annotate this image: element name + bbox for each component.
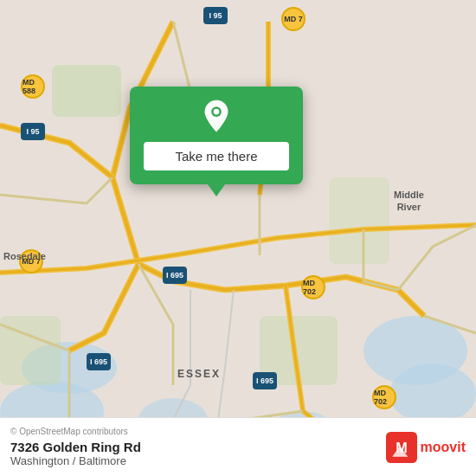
- md702-badge: MD 702: [301, 275, 325, 299]
- i95-top-badge: I 95: [203, 7, 228, 24]
- essex-label: ESSEX: [177, 368, 221, 380]
- i95-left-badge: I 95: [21, 123, 45, 140]
- svg-rect-7: [52, 65, 121, 117]
- svg-rect-9: [329, 177, 389, 264]
- bottom-info: © OpenStreetMap contributors 7326 Golden…: [10, 427, 141, 467]
- moovit-text: moovit: [421, 440, 466, 455]
- moovit-logo: M moovit: [386, 432, 466, 463]
- svg-point-14: [214, 109, 220, 115]
- moovit-icon-svg: M: [386, 432, 417, 463]
- take-me-there-button[interactable]: Take me there: [144, 142, 289, 170]
- attribution-text: © OpenStreetMap contributors: [10, 427, 141, 436]
- md702-bot-badge: MD 702: [372, 385, 396, 409]
- rosedale-label: Rosedale: [3, 251, 46, 261]
- svg-point-2: [389, 363, 476, 424]
- map-container: I 95 MD 7 MD 588 I 95 MD 7 I 695 MD 702 …: [0, 0, 476, 476]
- i695-bot-left-badge: I 695: [87, 353, 111, 370]
- location-pin-icon: [198, 99, 235, 135]
- popup-card: Take me there: [130, 87, 303, 184]
- i695-mid-badge: I 695: [163, 267, 187, 284]
- address-text: 7326 Golden Ring Rd: [10, 440, 141, 454]
- svg-rect-10: [0, 316, 61, 385]
- md588-badge: MD 588: [21, 74, 45, 99]
- map-svg: [0, 0, 476, 476]
- sub-address-text: Washington / Baltimore: [10, 454, 141, 467]
- bottom-bar: © OpenStreetMap contributors 7326 Golden…: [0, 417, 476, 476]
- md7-top-badge: MD 7: [281, 7, 306, 31]
- i695-bot-badge: I 695: [253, 372, 277, 389]
- middle-river-label: MiddleRiver: [394, 189, 424, 213]
